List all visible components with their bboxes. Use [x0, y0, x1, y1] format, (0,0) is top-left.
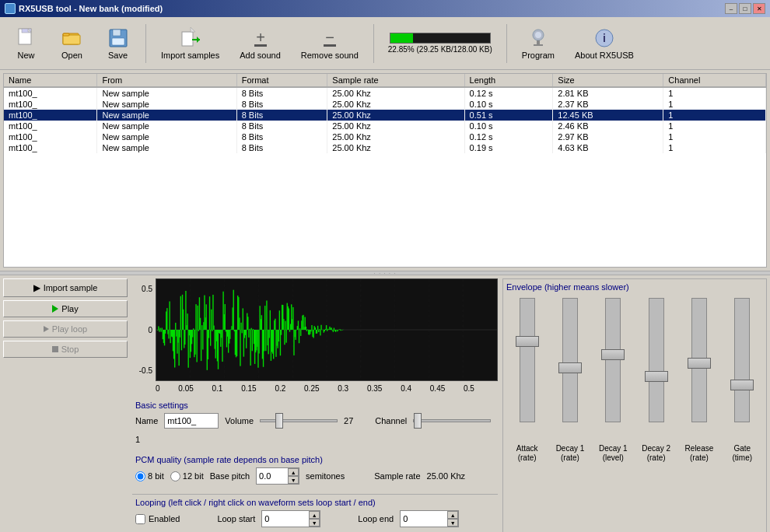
import-sample-button[interactable]: ▶ Import sample	[3, 278, 128, 297]
enabled-label: Enabled	[149, 514, 180, 523]
table-row[interactable]: mt100_New sample8 Bits25.00 Khz0.10 s2.3…	[4, 99, 766, 110]
play-button[interactable]: Play	[3, 300, 128, 317]
loop-end-input[interactable]	[401, 511, 447, 527]
svg-rect-239	[331, 327, 331, 330]
svg-rect-139	[246, 330, 247, 348]
svg-rect-97	[210, 330, 211, 346]
spin-down[interactable]: ▼	[288, 476, 299, 484]
loop-start-spin-buttons: ▲ ▼	[309, 511, 320, 527]
remove-sound-label: Remove sound	[301, 51, 359, 60]
8bit-radio-label[interactable]: 8 bit	[135, 471, 164, 481]
svg-rect-147	[253, 329, 254, 330]
loop-start-spinbox[interactable]: ▲ ▼	[261, 510, 320, 527]
table-row[interactable]: mt100_New sample8 Bits25.00 Khz0.12 s2.9…	[4, 131, 766, 142]
svg-rect-184	[284, 330, 285, 345]
table-row[interactable]: mt100_New sample8 Bits25.00 Khz0.51 s12.…	[4, 110, 766, 121]
pcm-settings: PCM quality (sample rate depends on base…	[132, 453, 498, 491]
svg-rect-114	[225, 304, 226, 330]
waveform-display[interactable]	[156, 278, 498, 381]
remove-sound-button[interactable]: − Remove sound	[292, 23, 367, 64]
svg-rect-231	[324, 330, 325, 331]
svg-rect-178	[279, 310, 280, 330]
col-sample-rate[interactable]: Sample rate	[327, 74, 464, 87]
svg-rect-62	[180, 296, 181, 330]
add-sound-button[interactable]: + Add sound	[231, 23, 289, 64]
svg-rect-35	[157, 330, 158, 331]
table-header-row: Name From Format Sample rate Length Size…	[4, 74, 766, 87]
svg-rect-223	[317, 326, 318, 330]
svg-rect-215	[310, 330, 311, 331]
about-button[interactable]: i About RX5USB	[566, 23, 642, 64]
y-label-bot: -0.5	[139, 366, 152, 375]
sample-table-area[interactable]: Name From Format Sample rate Length Size…	[3, 73, 767, 268]
volume-slider[interactable]	[260, 419, 338, 422]
svg-rect-77	[193, 328, 194, 330]
svg-rect-241	[333, 330, 334, 332]
name-input[interactable]	[164, 413, 219, 429]
loop-start-input[interactable]	[262, 511, 309, 527]
svg-rect-162	[265, 330, 266, 351]
col-size[interactable]: Size	[553, 74, 663, 87]
svg-rect-49	[169, 301, 170, 330]
base-pitch-spinbox[interactable]: ▲ ▼	[256, 467, 299, 485]
col-length[interactable]: Length	[464, 74, 553, 87]
svg-rect-146	[252, 330, 253, 351]
spin-up[interactable]: ▲	[288, 468, 299, 476]
svg-rect-16	[324, 44, 336, 47]
env-label-0: Attack (rate)	[516, 444, 538, 463]
svg-rect-250	[341, 330, 341, 331]
close-button[interactable]: ✕	[753, 3, 765, 14]
svg-rect-81	[196, 330, 197, 362]
env-slider-1[interactable]	[562, 298, 578, 422]
svg-rect-134	[242, 330, 243, 333]
12bit-radio-label[interactable]: 12 bit	[170, 471, 204, 481]
stop-icon	[52, 346, 58, 352]
col-channel[interactable]: Channel	[663, 74, 766, 87]
env-slider-4[interactable]	[691, 298, 707, 422]
enabled-checkbox-label[interactable]: Enabled	[135, 514, 180, 524]
enabled-checkbox[interactable]	[135, 514, 145, 524]
channel-slider[interactable]	[413, 419, 491, 422]
channel-value: 1	[135, 435, 140, 444]
pcm-title: PCM quality (sample rate depends on base…	[135, 455, 495, 464]
open-icon	[61, 27, 83, 49]
table-row[interactable]: mt100_New sample8 Bits25.00 Khz0.12 s2.8…	[4, 87, 766, 99]
12bit-radio[interactable]	[170, 471, 180, 481]
svg-rect-222	[317, 330, 317, 334]
env-slider-3[interactable]	[649, 298, 664, 422]
svg-rect-80	[195, 304, 196, 330]
svg-rect-225	[319, 329, 320, 330]
maximize-button[interactable]: □	[739, 3, 751, 14]
table-row[interactable]: mt100_New sample8 Bits25.00 Khz0.10 s2.4…	[4, 121, 766, 131]
loop-end-spin-down[interactable]: ▼	[447, 519, 458, 527]
table-row[interactable]: mt100_New sample8 Bits25.00 Khz0.19 s4.6…	[4, 142, 766, 153]
new-button[interactable]: New	[5, 23, 47, 64]
open-button[interactable]: Open	[51, 23, 93, 64]
save-button[interactable]: Save	[96, 23, 139, 64]
play-loop-button[interactable]: Play loop	[3, 320, 128, 338]
program-button[interactable]: Program	[513, 23, 563, 64]
col-name[interactable]: Name	[4, 74, 97, 87]
import-samples-icon	[180, 27, 201, 49]
env-slider-5[interactable]	[734, 298, 750, 422]
loop-end-spinbox[interactable]: ▲ ▼	[400, 510, 459, 527]
loop-start-spin-down[interactable]: ▼	[309, 519, 320, 527]
col-from[interactable]: From	[97, 74, 236, 87]
base-pitch-input[interactable]	[257, 468, 288, 484]
col-format[interactable]: Format	[236, 74, 327, 87]
import-samples-button[interactable]: Import samples	[152, 23, 228, 64]
minimize-button[interactable]: –	[725, 3, 737, 14]
svg-rect-209	[306, 327, 306, 330]
svg-rect-177	[278, 330, 279, 341]
env-slider-2[interactable]	[605, 298, 621, 422]
loop-start-spin-up[interactable]: ▲	[309, 511, 320, 519]
env-slider-0[interactable]	[520, 298, 535, 422]
svg-text:−: −	[325, 29, 334, 46]
8bit-radio[interactable]	[135, 471, 145, 481]
sample-rate-value: 25.00 Khz	[427, 471, 466, 481]
svg-rect-227	[320, 325, 321, 330]
svg-rect-46	[166, 308, 167, 330]
loop-end-spin-up[interactable]: ▲	[447, 511, 458, 519]
name-label: Name	[135, 416, 158, 425]
stop-button[interactable]: Stop	[3, 341, 128, 358]
